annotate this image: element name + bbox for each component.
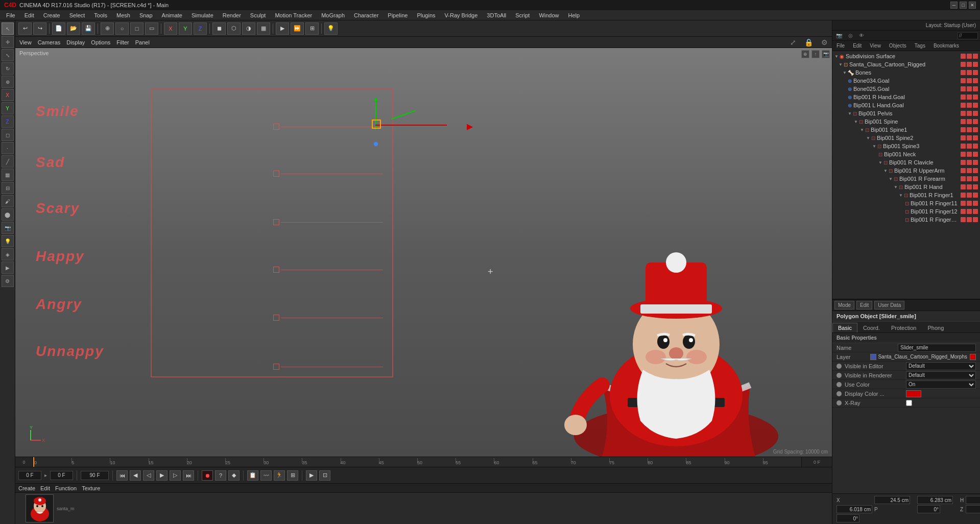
obj-bip-spine1[interactable]: ▼ ⊡ Bip001 Spine1 xyxy=(832,126,980,134)
tb-shading[interactable]: ◼ xyxy=(212,22,226,35)
tb-new[interactable]: 📄 xyxy=(52,22,65,35)
btn-play[interactable]: ▶ xyxy=(156,470,168,481)
minimize-button[interactable]: ─ xyxy=(950,2,958,9)
btn-render-anim[interactable]: ▶ xyxy=(306,470,317,481)
tb-save[interactable]: 💾 xyxy=(82,22,95,35)
btn-motion[interactable]: 🏃 xyxy=(274,470,285,481)
tool-light[interactable]: 💡 xyxy=(2,235,14,247)
menu-motion-tracker[interactable]: Motion Tracker xyxy=(271,11,316,19)
slider-sad-handle[interactable] xyxy=(273,171,279,177)
tb-select-all[interactable]: ⊕ xyxy=(101,22,114,35)
obj-bone034[interactable]: ⊕ Bone034.Goal xyxy=(832,77,980,85)
tb-light-add[interactable]: 💡 xyxy=(324,22,338,35)
btn-layers[interactable]: ⊞ xyxy=(287,470,298,481)
om-file-btn[interactable]: File xyxy=(834,43,847,49)
btn-render-anim2[interactable]: ⊡ xyxy=(319,470,330,481)
rp-icon-view[interactable]: 👁 xyxy=(857,31,866,40)
tb-render-active[interactable]: ▶ xyxy=(276,22,289,35)
tb-render-full[interactable]: ⏩ xyxy=(291,22,304,35)
mode-btn-edit[interactable]: Edit xyxy=(856,301,872,309)
vp-menu-view[interactable]: View xyxy=(19,39,32,45)
timeline-track[interactable]: 0 5 10 15 20 25 30 35 40 xyxy=(33,457,801,467)
btn-keyframe-set[interactable]: ◆ xyxy=(228,470,240,481)
btn-first-frame[interactable]: ⏮ xyxy=(116,470,128,481)
bs-menu-create[interactable]: Create xyxy=(18,485,35,491)
tool-rotate[interactable]: ↻ xyxy=(2,62,14,75)
vp-icon-3[interactable]: 📷 xyxy=(822,50,830,58)
obj-bip-spine[interactable]: ▼ ⊡ Bip001 Spine xyxy=(832,117,980,126)
slider-angry-handle[interactable] xyxy=(273,315,279,321)
obj-bip-rfinger1[interactable]: ▼ ⊡ Bip001 R Finger1 xyxy=(832,191,980,199)
obj-bones[interactable]: ▼ 🦴 Bones xyxy=(832,68,980,77)
btn-next-frame[interactable]: ▷ xyxy=(170,470,181,481)
obj-bip-rupperarm[interactable]: ▼ ⊡ Bip001 R UpperArm xyxy=(832,166,980,175)
menu-sculpt[interactable]: Sculpt xyxy=(246,11,270,19)
prop-display-color-swatch[interactable] xyxy=(906,390,921,397)
menu-mograph[interactable]: MoGraph xyxy=(317,11,349,19)
prop-name-input[interactable] xyxy=(898,344,976,352)
menu-vray[interactable]: V-Ray Bridge xyxy=(441,11,482,19)
obj-bip-rfingernub[interactable]: ⊡ Bip001 R FingerNub xyxy=(832,216,980,224)
vp-icon-1[interactable]: ⊕ xyxy=(801,50,809,58)
tb-texture[interactable]: ▦ xyxy=(257,22,270,35)
menu-file[interactable]: File xyxy=(2,11,19,19)
tool-scale[interactable]: ⤡ xyxy=(2,49,14,61)
tool-material[interactable]: ◈ xyxy=(2,248,14,260)
transform-gizmo[interactable]: ▶ ▲ xyxy=(342,99,475,160)
mode-btn-userdata[interactable]: User Data xyxy=(874,301,904,309)
tool-brush[interactable]: 🖌 xyxy=(2,195,14,207)
coord-x-pos[interactable]: 24.5 cm xyxy=(874,496,910,504)
coord-z-pos[interactable]: 0 cm xyxy=(966,505,980,513)
material-thumbnail[interactable] xyxy=(26,494,54,522)
tool-point-mode[interactable]: · xyxy=(2,142,14,154)
tool-edge-mode[interactable]: ╱ xyxy=(2,155,14,168)
tb-transform-x[interactable]: X xyxy=(164,22,177,35)
obj-bip-rfinger12[interactable]: ⊡ Bip001 R Finger12 xyxy=(832,207,980,216)
rp-search-input[interactable] xyxy=(958,32,978,39)
obj-bip-rclavicle[interactable]: ▼ ⊡ Bip001 R Clavicle xyxy=(832,158,980,166)
menu-create[interactable]: Create xyxy=(39,11,64,19)
mode-btn-mode[interactable]: Mode xyxy=(834,301,854,309)
tool-transform[interactable]: ⊕ xyxy=(2,76,14,88)
tool-settings[interactable]: ⚙ xyxy=(2,275,14,287)
obj-bip-spine2[interactable]: ▼ ⊡ Bip001 Spine2 xyxy=(832,134,980,142)
menu-animate[interactable]: Animate xyxy=(158,11,186,19)
tb-undo[interactable]: ↩ xyxy=(18,22,32,35)
btn-play-back[interactable]: ◁ xyxy=(143,470,154,481)
vp-menu-cameras[interactable]: Cameras xyxy=(38,39,61,45)
slider-unnappy-handle[interactable] xyxy=(273,364,279,370)
menu-select[interactable]: Select xyxy=(65,11,89,19)
close-button[interactable]: ✕ xyxy=(969,2,976,9)
obj-bip-rhand[interactable]: ▼ ⊡ Bip001 R Hand xyxy=(832,183,980,191)
window-controls[interactable]: ─ □ ✕ xyxy=(950,2,976,9)
om-view-btn[interactable]: View xyxy=(868,43,883,49)
rp-icon-camera[interactable]: 📷 xyxy=(834,31,844,40)
coord-y-size[interactable]: 6.018 cm xyxy=(836,505,872,513)
tool-paint[interactable]: ⬤ xyxy=(2,208,14,221)
tb-redo[interactable]: ↪ xyxy=(33,22,46,35)
obj-bip-rfinger11[interactable]: ⊡ Bip001 R Finger11 xyxy=(832,199,980,207)
om-tags-btn[interactable]: Tags xyxy=(913,43,927,49)
tb-phong[interactable]: ◑ xyxy=(242,22,255,35)
slider-happy-handle[interactable] xyxy=(273,267,279,273)
tb-obj-box[interactable]: □ xyxy=(130,22,144,35)
om-objects-btn[interactable]: Objects xyxy=(887,43,909,49)
btn-prev-frame[interactable]: ◀ xyxy=(130,470,141,481)
bs-menu-function[interactable]: Function xyxy=(55,485,77,491)
menu-window[interactable]: Window xyxy=(535,11,563,19)
tb-render-region[interactable]: ⊞ xyxy=(305,22,319,35)
bs-menu-texture[interactable]: Texture xyxy=(82,485,100,491)
obj-bip-rhand-goal[interactable]: ⊕ Bip001 R Hand.Goal xyxy=(832,93,980,101)
vp-menu-panel[interactable]: Panel xyxy=(135,39,150,45)
menu-tools[interactable]: Tools xyxy=(90,11,111,19)
obj-subdivision-surface[interactable]: ▼ ◉ Subdivision Surface xyxy=(832,52,980,60)
rp-icon-obj[interactable]: ◎ xyxy=(846,31,855,40)
tab-coord[interactable]: Coord. xyxy=(857,323,886,332)
menu-render[interactable]: Render xyxy=(219,11,245,19)
tb-wire[interactable]: ⬡ xyxy=(227,22,241,35)
om-bookmarks-btn[interactable]: Bookmarks xyxy=(931,43,961,49)
tab-basic[interactable]: Basic xyxy=(832,323,857,332)
tb-open[interactable]: 📂 xyxy=(67,22,80,35)
vp-icon-2[interactable]: ↑ xyxy=(811,50,820,58)
prop-vis-renderer-dropdown[interactable]: Default On Off xyxy=(906,371,976,379)
